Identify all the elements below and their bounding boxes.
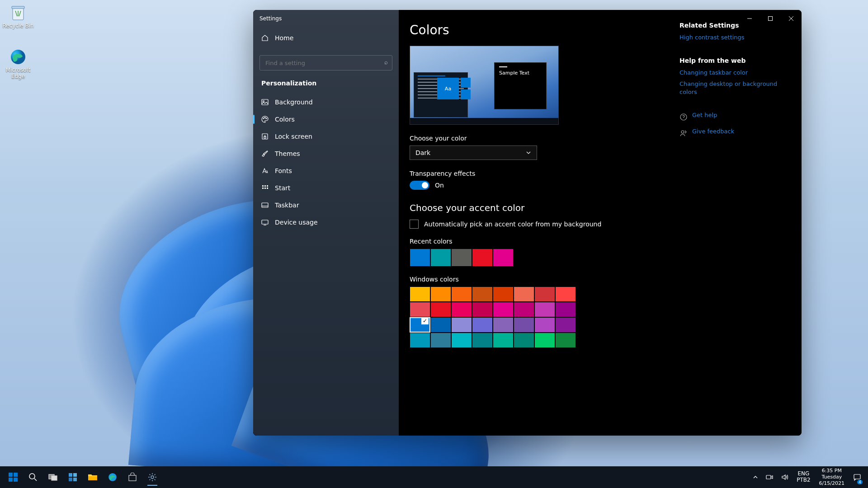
taskbar-edge[interactable] [103, 468, 122, 486]
windows-color-swatch[interactable] [514, 333, 534, 348]
windows-color-swatch[interactable] [555, 286, 576, 302]
minimize-button[interactable] [739, 10, 760, 27]
link-give-feedback[interactable]: Give feedback [692, 127, 734, 136]
windows-color-swatch[interactable] [451, 286, 472, 302]
sidebar-item-device-usage[interactable]: Device usage [253, 214, 399, 230]
windows-color-swatch[interactable] [472, 317, 493, 333]
close-button[interactable] [781, 10, 802, 27]
taskbar-widgets[interactable] [63, 468, 82, 486]
windows-color-swatch[interactable] [410, 333, 430, 348]
transparency-toggle[interactable] [410, 181, 429, 190]
sidebar-item-colors[interactable]: Colors [253, 111, 399, 127]
tray-notifications[interactable]: 4 [850, 468, 864, 486]
tray-clock[interactable]: 6:35 PM Tuesday 6/15/2021 [816, 468, 848, 486]
recent-colors-label: Recent colors [410, 238, 672, 245]
svg-rect-7 [262, 99, 268, 105]
page-title: Colors [410, 23, 672, 38]
sidebar-item-label: Colors [275, 116, 295, 123]
link-desktop-colors[interactable]: Changing desktop or background colors [679, 80, 783, 96]
svg-line-31 [34, 479, 37, 481]
svg-rect-35 [73, 473, 77, 477]
svg-point-9 [263, 118, 264, 119]
recent-color-swatch[interactable] [472, 249, 493, 267]
sidebar-item-taskbar[interactable]: Taskbar [253, 197, 399, 213]
windows-color-swatch[interactable] [493, 302, 514, 317]
feedback-icon [679, 129, 688, 137]
sidebar-item-themes[interactable]: Themes [253, 145, 399, 162]
windows-color-swatch[interactable] [514, 286, 534, 302]
windows-color-swatch[interactable] [430, 286, 451, 302]
titlebar-controls [739, 10, 802, 27]
windows-color-swatch[interactable] [534, 302, 555, 317]
desktop-icon-edge[interactable]: Microsoft Edge [1, 48, 35, 80]
windows-color-swatch[interactable] [555, 333, 576, 348]
windows-color-swatch[interactable] [534, 333, 555, 348]
tray-language[interactable]: ENGPTB2 [793, 468, 813, 486]
desktop-icon-recycle-bin[interactable]: Recycle Bin [1, 4, 35, 29]
recent-color-swatch[interactable] [410, 249, 430, 267]
windows-color-swatch[interactable] [472, 333, 493, 348]
windows-color-swatch[interactable] [430, 333, 451, 348]
windows-color-swatch[interactable] [534, 317, 555, 333]
windows-color-swatch[interactable] [451, 302, 472, 317]
windows-color-swatch[interactable] [493, 286, 514, 302]
taskbar-icon [261, 202, 269, 209]
windows-color-swatch[interactable] [430, 302, 451, 317]
taskbar-taskview[interactable] [43, 468, 62, 486]
sidebar-item-background[interactable]: Background [253, 94, 399, 110]
sidebar-item-start[interactable]: Start [253, 180, 399, 196]
tray-meet-now-icon[interactable] [763, 468, 776, 486]
help-web-title: Help from the web [679, 57, 783, 64]
nav-home-label: Home [275, 34, 293, 42]
windows-color-swatch[interactable] [472, 286, 493, 302]
svg-rect-34 [69, 473, 72, 477]
windows-color-swatch[interactable] [493, 333, 514, 348]
windows-color-swatch[interactable] [534, 286, 555, 302]
svg-point-11 [266, 118, 267, 119]
windows-color-swatch[interactable] [555, 302, 576, 317]
device-icon [261, 219, 269, 226]
accent-title: Choose your accent color [410, 202, 672, 213]
tray-overflow[interactable] [750, 468, 761, 486]
windows-color-swatch[interactable] [451, 333, 472, 348]
taskbar-search[interactable] [24, 468, 42, 486]
sidebar-item-lock-screen[interactable]: Lock screen [253, 128, 399, 145]
edge-icon [9, 48, 27, 66]
svg-rect-16 [267, 185, 268, 187]
taskbar-settings[interactable] [143, 468, 162, 486]
windows-color-swatch[interactable] [410, 302, 430, 317]
maximize-button[interactable] [760, 10, 781, 27]
recent-color-swatch[interactable] [430, 249, 451, 267]
taskbar: ENGPTB2 6:35 PM Tuesday 6/15/2021 4 [0, 466, 868, 488]
windows-color-swatch[interactable] [493, 317, 514, 333]
windows-color-swatch[interactable] [410, 286, 430, 302]
recent-color-swatch[interactable] [451, 249, 472, 267]
svg-rect-29 [14, 478, 18, 482]
settings-sidebar: Settings Home ⌕ Personalization Backgrou… [253, 10, 399, 436]
color-mode-select[interactable]: Dark [410, 145, 537, 160]
auto-accent-checkbox[interactable] [410, 220, 419, 229]
settings-main: Colors Aa Sample Text Choose your color … [410, 22, 672, 436]
windows-color-swatch[interactable] [514, 317, 534, 333]
link-get-help[interactable]: Get help [692, 111, 717, 119]
recent-color-swatch[interactable] [493, 249, 514, 267]
svg-rect-4 [769, 17, 773, 21]
start-button[interactable] [4, 468, 23, 486]
svg-point-25 [681, 131, 684, 133]
nav-home[interactable]: Home [253, 30, 399, 46]
windows-color-swatch[interactable] [555, 317, 576, 333]
search-input[interactable] [259, 55, 392, 70]
taskbar-explorer[interactable] [83, 468, 102, 486]
windows-color-swatch[interactable] [472, 302, 493, 317]
link-taskbar-color[interactable]: Changing taskbar color [679, 69, 783, 77]
windows-color-swatch[interactable] [451, 317, 472, 333]
link-high-contrast[interactable]: High contrast settings [679, 33, 783, 42]
taskbar-store[interactable] [123, 468, 142, 486]
windows-color-swatch[interactable] [430, 317, 451, 333]
windows-color-swatch[interactable] [410, 317, 430, 333]
tray-volume-icon[interactable] [778, 468, 792, 486]
windows-color-swatch[interactable] [514, 302, 534, 317]
svg-rect-17 [262, 188, 264, 189]
sidebar-item-fonts[interactable]: Fonts [253, 163, 399, 179]
recycle-bin-icon [9, 4, 27, 22]
